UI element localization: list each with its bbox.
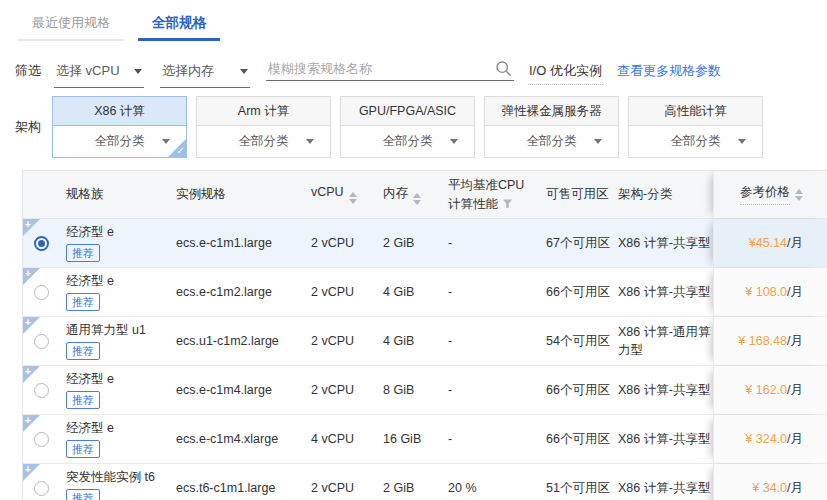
recommend-badge: 推荐 — [66, 244, 100, 262]
vcpu-select[interactable]: 选择 vCPU — [54, 60, 144, 88]
memory-value: 2 GiB — [361, 481, 431, 495]
arch-card-title[interactable]: 高性能计算 — [629, 97, 762, 126]
arch-card-title[interactable]: X86 计算 — [53, 97, 186, 126]
table-row[interactable]: + 通用算力型 u1 推荐 ecs.u1-c1m2.large 2 vCPU 4… — [23, 317, 827, 366]
price-value: ¥ 168.48 — [738, 334, 787, 348]
zones-link[interactable]: 66个可用区 — [546, 432, 610, 448]
instance-spec: ecs.e-c1m2.large — [163, 285, 291, 299]
price-unit: /月 — [787, 235, 803, 252]
check-icon: ✓ — [177, 144, 185, 157]
filter-icon[interactable] — [502, 198, 513, 209]
plus-icon: + — [25, 366, 31, 377]
arch-card-x86[interactable]: X86 计算 全部分类 ✓ — [52, 96, 187, 158]
vcpu-select-value: 选择 vCPU — [56, 62, 120, 80]
price-unit: /月 — [787, 382, 803, 399]
category-select[interactable]: 全部分类 — [341, 126, 474, 157]
spec-tabs: 最近使用规格 全部规格 — [18, 8, 220, 41]
table-row[interactable]: + 经济型 e 推荐 ecs.e-c1m2.large 2 vCPU 4 GiB… — [23, 268, 827, 317]
col-header-zones: 可售可用区 — [534, 186, 610, 203]
price-unit: /月 — [787, 431, 803, 448]
row-radio[interactable] — [34, 432, 49, 447]
arch-card-title[interactable]: 弹性裸金属服务器 — [485, 97, 618, 126]
arch-card-gpu-fpga-asic[interactable]: GPU/FPGA/ASIC 全部分类 — [340, 96, 475, 158]
zones-link[interactable]: 66个可用区 — [546, 285, 610, 301]
zones-link[interactable]: 51个可用区 — [546, 481, 610, 497]
category-select-value: 全部分类 — [527, 134, 577, 148]
plus-icon: + — [25, 464, 31, 475]
arch-card-baremetal[interactable]: 弹性裸金属服务器 全部分类 — [484, 96, 619, 158]
search-icon[interactable] — [495, 60, 512, 77]
architecture-label: 架构 — [15, 118, 45, 136]
col-header-price[interactable]: 参考价格 — [713, 171, 827, 218]
price-unit: /月 — [787, 333, 803, 350]
chevron-down-icon — [450, 139, 458, 144]
table-header-row: 规格族 实例规格 vCPU 内存 平均基准CPU 计算性能 可售可用区 架构-分… — [23, 171, 827, 219]
arch-card-title[interactable]: GPU/FPGA/ASIC — [341, 97, 474, 126]
plus-icon: + — [25, 268, 31, 279]
arch-card-arm[interactable]: Arm 计算 全部分类 — [196, 96, 331, 158]
architecture-cards: X86 计算 全部分类 ✓ Arm 计算 全部分类 GPU/FPGA/ASIC — [52, 96, 772, 158]
zones-link[interactable]: 66个可用区 — [546, 383, 610, 399]
instance-spec: ecs.e-c1m4.xlarge — [163, 432, 291, 446]
zones-link[interactable]: 54个可用区 — [546, 334, 610, 350]
table-row[interactable]: + 经济型 e 推荐 ecs.e-c1m4.xlarge 4 vCPU 16 G… — [23, 415, 827, 464]
price-unit: /月 — [787, 284, 803, 301]
memory-value: 8 GiB — [361, 383, 431, 397]
col-header-arch: 架构-分类 — [610, 185, 713, 203]
category-select-value: 全部分类 — [239, 134, 289, 148]
family-name: 经济型 e — [66, 420, 163, 437]
plus-icon: + — [25, 317, 31, 328]
table-row[interactable]: + 突发性能实例 t6 推荐 ecs.t6-c1m1.large 2 vCPU … — [23, 464, 827, 500]
family-name: 经济型 e — [66, 371, 163, 388]
spec-search-input[interactable] — [268, 61, 495, 76]
instance-spec: ecs.u1-c1m2.large — [163, 334, 291, 348]
more-spec-params-link[interactable]: 查看更多规格参数 — [617, 60, 721, 80]
vcpu-value: 2 vCPU — [291, 285, 361, 299]
architecture-row: 架构 X86 计算 全部分类 ✓ Arm 计算 全部分类 GPU/FPGA/ — [15, 96, 772, 158]
table-row[interactable]: + 经济型 e 推荐 ecs.e-c1m4.large 2 vCPU 8 GiB… — [23, 366, 827, 415]
plus-icon: + — [25, 219, 31, 230]
sort-icon[interactable] — [795, 189, 803, 201]
recommend-badge: 推荐 — [66, 440, 100, 458]
price-value: ¥ 108.0 — [745, 285, 787, 299]
io-optimized-label[interactable]: I/O 优化实例 — [528, 60, 603, 85]
performance-value: - — [431, 432, 534, 446]
memory-value: 16 GiB — [361, 432, 431, 446]
row-radio[interactable] — [34, 383, 49, 398]
table-row[interactable]: + 经济型 e 推荐 ecs.e-c1m1.large 2 vCPU 2 GiB… — [23, 219, 827, 268]
arch-card-title[interactable]: Arm 计算 — [197, 97, 330, 126]
row-radio[interactable] — [34, 236, 49, 251]
chevron-down-icon — [306, 139, 314, 144]
sort-icon[interactable] — [349, 192, 357, 204]
plus-icon: + — [25, 415, 31, 426]
memory-select[interactable]: 选择内存 — [160, 60, 250, 88]
arch-card-hpc[interactable]: 高性能计算 全部分类 — [628, 96, 763, 158]
category-select-value: 全部分类 — [671, 134, 721, 148]
price-value: ¥ 34.0 — [752, 481, 787, 495]
row-radio[interactable] — [34, 285, 49, 300]
category-select[interactable]: 全部分类 — [629, 126, 762, 157]
col-header-memory[interactable]: 内存 — [361, 185, 431, 205]
spec-table: 规格族 实例规格 vCPU 内存 平均基准CPU 计算性能 可售可用区 架构-分… — [22, 170, 827, 500]
filter-bar: 筛选 选择 vCPU 选择内存 I/O 优化实例 查看更多规格参数 — [15, 60, 721, 88]
recommend-badge: 推荐 — [66, 342, 100, 360]
performance-value: - — [431, 285, 534, 299]
row-radio[interactable] — [34, 334, 49, 349]
instance-spec: ecs.e-c1m1.large — [163, 236, 291, 250]
table-body: + 经济型 e 推荐 ecs.e-c1m1.large 2 vCPU 2 GiB… — [23, 219, 827, 500]
col-header-performance[interactable]: 平均基准CPU 计算性能 — [431, 176, 534, 214]
col-header-vcpu[interactable]: vCPU — [291, 185, 361, 204]
zones-link[interactable]: 67个可用区 — [546, 236, 610, 252]
row-radio[interactable] — [34, 481, 49, 496]
performance-value: - — [431, 236, 534, 250]
category-select[interactable]: 全部分类 — [197, 126, 330, 157]
chevron-down-icon — [738, 139, 746, 144]
category-select[interactable]: 全部分类 — [485, 126, 618, 157]
tab-recent-specs[interactable]: 最近使用规格 — [18, 8, 124, 41]
vcpu-value: 4 vCPU — [291, 432, 361, 446]
instance-spec: ecs.e-c1m4.large — [163, 383, 291, 397]
arch-category: X86 计算-共享型 — [610, 234, 713, 252]
sort-icon[interactable] — [413, 193, 421, 205]
category-select-value: 全部分类 — [95, 134, 145, 148]
tab-all-specs[interactable]: 全部规格 — [138, 8, 220, 41]
